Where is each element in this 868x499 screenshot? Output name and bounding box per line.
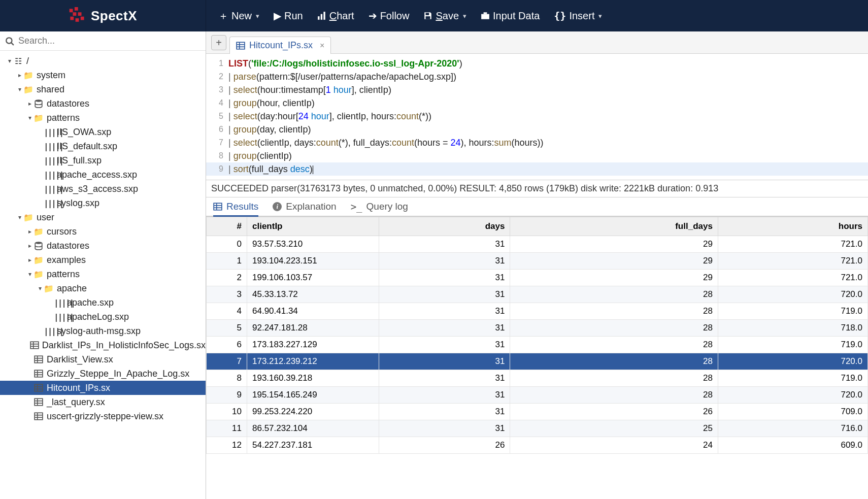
tree-item-label: system: [37, 70, 65, 81]
tree-root[interactable]: ▾ ☷ /: [0, 54, 206, 68]
svg-rect-42: [237, 42, 245, 49]
col-days[interactable]: days: [379, 217, 510, 236]
tree-item-label: examples: [47, 255, 86, 265]
new-button[interactable]: ＋New▾: [218, 9, 259, 23]
tree-item[interactable]: ▾📁patterns: [0, 267, 206, 281]
tree-item-label: IIS_full.sxp: [57, 155, 102, 166]
tree-item[interactable]: |||||IIS_OWA.sxp: [0, 125, 206, 139]
file-tree[interactable]: ▾ ☷ / ▸📁system▾📁shared▸datastores▾📁patte…: [0, 51, 206, 499]
caret-closed-icon: ▸: [26, 256, 34, 263]
table-row[interactable]: 1193.104.223.1513129721.0: [207, 253, 868, 270]
svg-rect-9: [323, 12, 325, 20]
tree-item[interactable]: ▾📁apache: [0, 281, 206, 295]
folder-icon: 📁: [34, 255, 44, 265]
svg-point-17: [35, 242, 42, 244]
caret-open-icon: ▾: [16, 86, 23, 93]
line-number: 4: [206, 96, 228, 110]
tree-item[interactable]: |||||syslog.sxp: [0, 196, 206, 210]
table-row[interactable]: 1254.227.237.1812624609.0: [207, 437, 868, 454]
svg-rect-6: [81, 17, 84, 20]
follow-button[interactable]: ➔Follow: [369, 10, 410, 22]
barcode-icon: |||||: [44, 156, 54, 165]
svg-rect-46: [214, 203, 222, 210]
col-hours[interactable]: hours: [718, 217, 867, 236]
info-icon: i: [273, 202, 282, 211]
col-fulldays[interactable]: full_days: [510, 217, 718, 236]
table-row[interactable]: 2199.106.103.573129721.0: [207, 270, 868, 286]
table-row[interactable]: 093.57.53.2103129721.0: [207, 236, 868, 253]
braces-icon: {}: [554, 10, 566, 22]
tree-item[interactable]: ▸datastores: [0, 96, 206, 111]
table-row[interactable]: 1099.253.224.2203126709.0: [207, 404, 868, 420]
tab-hitcount-ips[interactable]: Hitcount_IPs.sx ×: [229, 37, 331, 54]
table-row[interactable]: 345.33.13.723128720.0: [207, 286, 868, 303]
tree-item[interactable]: |||||syslog-auth-msg.sxp: [0, 324, 206, 338]
tree-item[interactable]: ▸datastores: [0, 239, 206, 253]
chart-button[interactable]: Chart: [317, 10, 354, 22]
tree-item[interactable]: Grizzly_Steppe_In_Apache_Log.sx: [0, 367, 206, 381]
database-icon: [34, 241, 44, 251]
logo-area: SpectX: [0, 0, 206, 31]
line-number: 5: [206, 110, 228, 123]
line-number: 7: [206, 136, 228, 149]
table-row[interactable]: 9195.154.165.2493128720.0: [207, 387, 868, 404]
caret-open-icon: ▾: [26, 271, 34, 278]
table-row[interactable]: 7173.212.239.2123128720.0: [207, 353, 868, 370]
tree-item-label: IIS_OWA.sxp: [57, 127, 111, 138]
table-row[interactable]: 6173.183.227.1293128719.0: [207, 337, 868, 353]
tree-item[interactable]: |||||IIS_default.sxp: [0, 139, 206, 153]
tree-item-label: datastores: [47, 241, 89, 251]
tree-item[interactable]: Hitcount_IPs.sx: [0, 381, 206, 395]
run-button[interactable]: ▶Run: [274, 10, 303, 22]
tree-item[interactable]: Darklist_View.sx: [0, 352, 206, 367]
status-line: SUCCEEDED parser(31763173 bytes, 0 unmat…: [206, 180, 868, 197]
add-tab-button[interactable]: +: [211, 35, 226, 50]
tree-item[interactable]: ▾📁patterns: [0, 111, 206, 125]
close-icon[interactable]: ×: [320, 41, 324, 50]
save-button[interactable]: Save▾: [423, 10, 466, 22]
folder-icon: 📁: [34, 113, 44, 123]
caret-closed-icon: ▸: [26, 242, 34, 249]
tree-item[interactable]: |||||apacheLog.sxp: [0, 310, 206, 324]
table-row[interactable]: 1186.57.232.1043125716.0: [207, 420, 868, 437]
explanation-tab[interactable]: iExplanation: [273, 197, 336, 216]
svg-rect-3: [78, 12, 82, 16]
folder-icon: 📁: [44, 284, 54, 293]
cursor-icon: [313, 165, 313, 174]
code-editor[interactable]: 1LIST('file:/C:/logs/holisticinfosec.io-…: [206, 54, 868, 180]
input-data-button[interactable]: Input Data: [481, 10, 540, 22]
table-row[interactable]: 592.247.181.283128718.0: [207, 320, 868, 337]
results-tab[interactable]: Results: [213, 197, 258, 217]
tree-item[interactable]: _last_query.sx: [0, 395, 206, 409]
table-icon: [34, 355, 44, 364]
tree-item[interactable]: ▾📁shared: [0, 82, 206, 96]
insert-button[interactable]: {}Insert▾: [554, 10, 602, 22]
svg-rect-12: [481, 14, 489, 19]
tree-item[interactable]: ▾📁user: [0, 210, 206, 224]
caret-closed-icon: ▸: [16, 72, 23, 79]
tree-item[interactable]: |||||apache_access.sxp: [0, 168, 206, 182]
table-row[interactable]: 464.90.41.343128719.0: [207, 303, 868, 320]
tree-item[interactable]: Darklist_IPs_In_HolisticInfoSec_Logs.sx: [0, 338, 206, 352]
tree-item-label: cursors: [47, 226, 77, 237]
table-row[interactable]: 8193.160.39.2183128719.0: [207, 370, 868, 387]
tree-item[interactable]: ▸📁examples: [0, 253, 206, 267]
tree-item[interactable]: ▸📁cursors: [0, 224, 206, 239]
tree-item[interactable]: |||||IIS_full.sxp: [0, 153, 206, 168]
tree-item[interactable]: |||||aws_s3_access.sxp: [0, 182, 206, 196]
table-icon: [30, 341, 39, 350]
tabbar: + Hitcount_IPs.sx ×: [206, 31, 868, 54]
querylog-tab[interactable]: >_Query log: [351, 197, 408, 216]
tree-item[interactable]: ▸📁system: [0, 68, 206, 82]
line-number: 1: [206, 57, 228, 70]
col-clientip[interactable]: clientIp: [247, 217, 379, 236]
result-grid[interactable]: # clientIp days full_days hours 093.57.5…: [206, 217, 868, 499]
logo[interactable]: SpectX: [69, 7, 137, 24]
tree-item-label: IIS_default.sxp: [57, 141, 117, 152]
col-index[interactable]: #: [207, 217, 247, 236]
chevron-down-icon: ▾: [598, 12, 602, 20]
tree-item[interactable]: |||||apache.sxp: [0, 295, 206, 310]
search-input[interactable]: [18, 36, 201, 46]
tree-item[interactable]: uscert-grizzly-steppe-view.sx: [0, 409, 206, 423]
play-icon: ▶: [274, 10, 281, 22]
